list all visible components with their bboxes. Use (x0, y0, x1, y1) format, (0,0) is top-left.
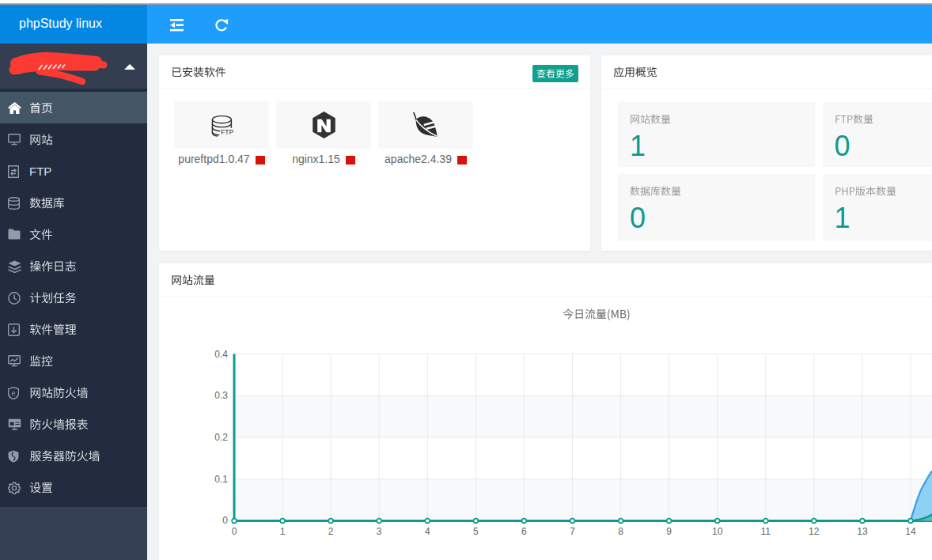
svg-text:8: 8 (618, 526, 623, 537)
svg-text:0.3: 0.3 (214, 390, 228, 401)
svg-text:0.4: 0.4 (214, 349, 228, 360)
svg-text:5: 5 (473, 526, 479, 537)
svg-text:7: 7 (570, 526, 575, 537)
svg-text:FTP: FTP (221, 128, 233, 136)
svg-text:0: 0 (222, 515, 228, 526)
svg-text:0: 0 (232, 526, 237, 537)
svg-text:12: 12 (809, 526, 820, 537)
svg-text:0.2: 0.2 (214, 432, 228, 443)
svg-text:e: e (11, 389, 15, 397)
svg-text:1: 1 (280, 526, 286, 537)
svg-text:10: 10 (712, 526, 723, 537)
svg-text:13: 13 (857, 526, 868, 537)
svg-text:0.1: 0.1 (214, 474, 228, 485)
svg-text:2: 2 (328, 526, 334, 537)
svg-text:14: 14 (905, 526, 916, 537)
svg-text:9: 9 (666, 526, 672, 537)
svg-text:4: 4 (425, 526, 430, 537)
svg-text:6: 6 (521, 526, 527, 537)
svg-text:11: 11 (761, 526, 771, 537)
svg-text:3: 3 (377, 526, 382, 537)
